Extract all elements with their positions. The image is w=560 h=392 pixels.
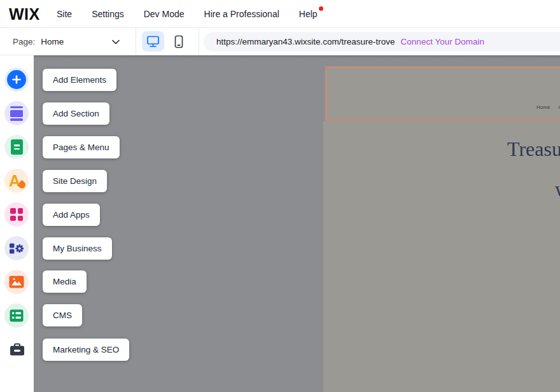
apps-grid-icon [10, 208, 23, 221]
add-apps-icon-button[interactable] [4, 202, 29, 227]
device-toggle [142, 31, 190, 52]
chevron-down-icon [112, 39, 120, 45]
desktop-icon [146, 35, 160, 48]
site-design-button[interactable]: Site Design [43, 170, 107, 192]
site-url-bar: https://emmaryan43.wixsite.com/treasure-… [204, 32, 560, 52]
toolbar-divider [199, 28, 199, 55]
top-menu: Site Settings Dev Mode Hire a Profession… [57, 0, 318, 28]
pages-menu-icon-button[interactable] [4, 135, 29, 159]
marketing-seo-button[interactable]: Marketing & SEO [43, 339, 129, 361]
add-section-icon-button[interactable] [4, 101, 29, 125]
menu-item-hire-a-professional[interactable]: Hire a Professional [204, 9, 279, 19]
site-body-section[interactable]: Treasure Trove w [323, 121, 560, 392]
table-icon [10, 309, 24, 322]
editor-toolbar: Page: Home https://emmaryan43.wixsite.co… [0, 28, 560, 55]
add-apps-button[interactable]: Add Apps [43, 204, 100, 226]
plus-circle-icon [7, 70, 26, 89]
cms-icon-button[interactable] [4, 304, 29, 328]
menu-item-site[interactable]: Site [57, 9, 72, 19]
editor-canvas: Add Elements Add Section Pages & Menu Si… [34, 55, 560, 392]
page-label: Page: [13, 37, 35, 46]
add-elements-icon-button[interactable] [4, 67, 29, 92]
my-business-icon-button[interactable] [4, 236, 29, 260]
pages-menu-button[interactable]: Pages & Menu [43, 136, 120, 158]
top-bar: WIX Site Settings Dev Mode Hire a Profes… [0, 0, 560, 28]
menu-item-dev-mode[interactable]: Dev Mode [144, 9, 185, 19]
site-preview: Home Ou Treasure Trove w [323, 66, 560, 392]
my-business-button[interactable]: My Business [43, 237, 112, 260]
add-section-button[interactable]: Add Section [43, 102, 109, 125]
business-gear-icon [9, 242, 24, 255]
notification-dot-icon [319, 6, 323, 11]
briefcase-icon [10, 343, 25, 356]
site-heading-line2[interactable]: w [555, 178, 560, 201]
connect-your-domain-link[interactable]: Connect Your Domain [401, 37, 484, 46]
menu-item-settings[interactable]: Settings [92, 9, 124, 19]
site-design-icon-button[interactable]: A [4, 169, 29, 193]
desktop-view-button[interactable] [142, 31, 164, 52]
section-stack-icon [10, 106, 23, 121]
page-icon [11, 139, 23, 155]
paint-a-icon: A [7, 171, 26, 190]
media-button[interactable]: Media [43, 270, 87, 293]
media-icon-button[interactable] [4, 270, 29, 294]
mobile-icon [173, 35, 185, 48]
mobile-view-button[interactable] [167, 31, 190, 52]
photo-icon [9, 276, 24, 288]
left-icon-bar: A [0, 55, 34, 392]
marketing-seo-icon-button[interactable] [9, 342, 25, 357]
site-nav-home[interactable]: Home [536, 104, 550, 110]
site-header-section[interactable]: Home Ou [325, 66, 560, 121]
current-page-name: Home [41, 37, 64, 46]
site-nav: Home Ou [536, 104, 560, 110]
page-selector-dropdown[interactable]: Page: Home [13, 28, 120, 55]
cms-button[interactable]: CMS [43, 304, 82, 326]
site-url: https://emmaryan43.wixsite.com/treasure-… [216, 37, 395, 46]
menu-item-help[interactable]: Help [299, 9, 318, 19]
add-elements-button[interactable]: Add Elements [43, 69, 116, 91]
help-label: Help [299, 9, 318, 19]
wix-logo[interactable]: WIX [9, 5, 40, 24]
toolbar-divider [136, 28, 136, 55]
site-heading-line1[interactable]: Treasure Trove [507, 137, 560, 161]
